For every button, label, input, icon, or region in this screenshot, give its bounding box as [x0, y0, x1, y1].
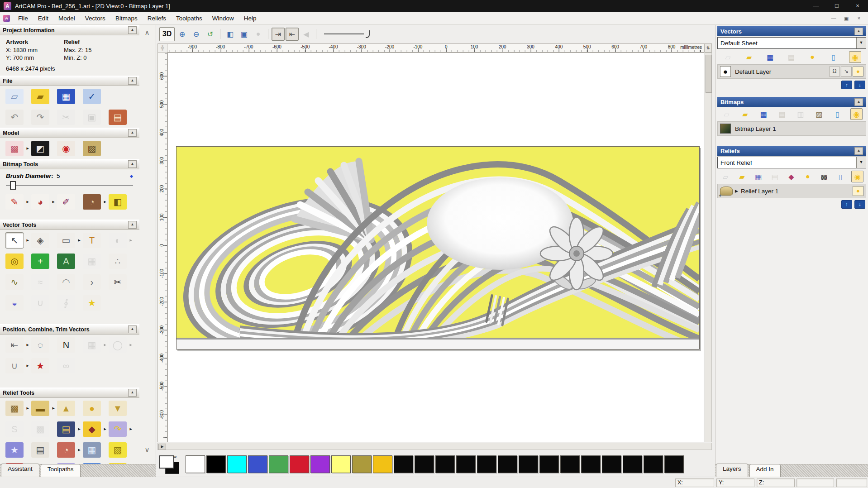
zoom-out-button[interactable]: ⊖: [190, 28, 203, 41]
add-relief-button[interactable]: ●: [83, 401, 101, 416]
close-button[interactable]: ×: [847, 0, 868, 12]
palette-swatch-4[interactable]: [269, 455, 288, 473]
palette-swatch-1[interactable]: [206, 455, 226, 473]
measure-button[interactable]: ◎: [5, 254, 24, 269]
delete-bitmap-layer-button[interactable]: ▯: [832, 109, 843, 120]
weave-wizard-button[interactable]: ▩: [31, 421, 49, 437]
relief-layer-row[interactable]: ▶ Relief Layer 1 ●: [717, 184, 866, 198]
set-lighting-button[interactable]: ◉: [57, 141, 75, 156]
vertical-scrollbar[interactable]: [705, 53, 712, 442]
paste-along-curve-button[interactable]: ∴: [109, 254, 127, 269]
texture-relief-button[interactable]: ★: [5, 442, 24, 458]
gradient-fill-button[interactable]: ▥: [795, 109, 806, 120]
toggle-all-relief-visibility-button[interactable]: ◉: [851, 171, 863, 182]
move-layer-up-button[interactable]: ↑: [841, 81, 852, 89]
ruler-origin-button[interactable]: ╬: [157, 43, 167, 53]
toggle-all-vector-visibility-button[interactable]: ◉: [849, 51, 861, 63]
block-copy-vectors-button[interactable]: ▦▶: [83, 337, 101, 353]
panel-scroll-up-icon[interactable]: ∧: [142, 29, 152, 37]
maximize-button[interactable]: □: [826, 0, 847, 12]
menu-help[interactable]: Help: [239, 13, 262, 24]
palette-swatch-10[interactable]: [394, 455, 413, 473]
menu-reliefs[interactable]: Reliefs: [143, 13, 171, 24]
save-bitmap-button[interactable]: ▦: [758, 109, 769, 120]
import-relief-button[interactable]: ▤: [769, 171, 781, 182]
save-relief-button[interactable]: ▦: [753, 171, 764, 182]
toggle-sheet-visibility-button[interactable]: ●: [807, 52, 818, 62]
smooth-relief-button[interactable]: ▩▶: [5, 401, 24, 416]
distort-vectors-button[interactable]: ★: [31, 358, 49, 373]
fit-arcs-button[interactable]: ◠: [57, 274, 75, 290]
face-wizard-button[interactable]: ▦: [83, 442, 101, 458]
menu-bitmaps[interactable]: Bitmaps: [110, 13, 143, 24]
palette-swatch-18[interactable]: [560, 455, 580, 473]
zoom-fit-button[interactable]: ▣: [238, 28, 251, 41]
offset-relief-button[interactable]: ▧: [109, 442, 127, 458]
free-sketch-button[interactable]: ≈: [31, 274, 49, 290]
palette-swatch-11[interactable]: [415, 455, 434, 473]
profile-tool-button[interactable]: ∮: [57, 295, 75, 311]
menu-toolpaths[interactable]: Toolpaths: [171, 13, 207, 24]
collapse-button[interactable]: ▲: [128, 77, 137, 85]
interlock-vectors-button[interactable]: ∞: [57, 358, 75, 373]
collapse-button[interactable]: ▲: [854, 98, 863, 106]
visibility-bulb-icon[interactable]: ●: [853, 186, 863, 196]
colour-picker-button[interactable]: ✐: [57, 194, 75, 210]
collapse-button[interactable]: ▲: [128, 389, 137, 397]
palette-swatch-12[interactable]: [435, 455, 455, 473]
previous-view-button[interactable]: ⇥: [272, 28, 285, 41]
flood-fill-button[interactable]: ◕▶: [31, 194, 49, 210]
horizontal-scrollbar-button[interactable]: ▶: [158, 444, 166, 450]
load-texture-button[interactable]: ▨: [83, 141, 101, 156]
expand-arrow-icon[interactable]: ▶: [735, 189, 738, 193]
model-preferences-button[interactable]: ✓: [83, 89, 101, 104]
view-3d-button[interactable]: 3D: [159, 27, 175, 41]
create-rectangle-button[interactable]: ▭▶: [57, 233, 75, 248]
text-on-curve-button[interactable]: ◌: [31, 337, 49, 353]
undo-button[interactable]: ↶: [5, 110, 24, 125]
bitmap-to-vector-button[interactable]: ◧: [109, 194, 127, 210]
zoom-previous-button[interactable]: ↺: [204, 28, 217, 41]
relief-clipart-button[interactable]: ▤▶: [57, 421, 75, 437]
move-layer-up-button[interactable]: ↑: [841, 200, 852, 209]
zoom-selection-button[interactable]: ●: [252, 28, 265, 41]
create-polyline-button[interactable]: +: [31, 254, 49, 269]
menu-model[interactable]: Model: [53, 13, 80, 24]
bitmap-layer-row[interactable]: Bitmap Layer 1: [717, 121, 866, 136]
new-vector-sheet-button[interactable]: ▱: [722, 52, 734, 62]
tab-assistant[interactable]: Assistant: [1, 464, 39, 477]
import-bitmap-button[interactable]: ▤: [777, 109, 788, 120]
palette-swatch-6[interactable]: [310, 455, 330, 473]
dropdown-arrow-icon[interactable]: ▼: [856, 157, 866, 168]
convert-text-to-vectors-button[interactable]: A: [57, 254, 75, 269]
relief-dropdown[interactable]: Front Relief ▼: [717, 157, 866, 168]
wrap-relief-button[interactable]: ↷▶: [109, 421, 127, 437]
colour-indicator[interactable]: ∞: [159, 455, 181, 474]
weld-vectors-button[interactable]: ◯▶: [109, 337, 127, 353]
join-close-vectors-button[interactable]: ∪: [31, 295, 49, 311]
palette-swatch-16[interactable]: [519, 455, 538, 473]
copy-button[interactable]: ▣: [83, 110, 101, 125]
new-relief-layer-button[interactable]: ▱: [720, 171, 731, 182]
nesting-button[interactable]: N: [57, 337, 75, 353]
greyscale-preview-button[interactable]: ▩: [819, 171, 830, 182]
palette-swatch-2[interactable]: [227, 455, 247, 473]
edit-model-button[interactable]: ▩▶: [5, 141, 24, 156]
palette-swatch-13[interactable]: [456, 455, 476, 473]
new-model-button[interactable]: ▱: [5, 89, 24, 104]
ruler-options-button[interactable]: ⇅: [704, 43, 712, 53]
toggle-all-bitmap-visibility-button[interactable]: ◉: [850, 108, 863, 120]
palette-swatch-17[interactable]: [539, 455, 559, 473]
mdi-restore-button[interactable]: ▣: [840, 13, 853, 23]
paste-relief-button[interactable]: ◆: [786, 171, 797, 182]
palette-swatch-9[interactable]: [373, 455, 392, 473]
two-rail-sweep-button[interactable]: ◆▶: [83, 421, 101, 437]
tab-layers[interactable]: Layers: [716, 464, 748, 477]
snap-icon[interactable]: ↘: [841, 67, 852, 77]
slider-handle[interactable]: [10, 181, 16, 190]
create-boundary-button[interactable]: ›: [83, 274, 101, 290]
zoom-in-button[interactable]: ⊕: [176, 28, 189, 41]
create-text-button[interactable]: T: [83, 233, 101, 248]
panel-scroll-down-icon[interactable]: ∨: [142, 446, 152, 454]
brush-diameter-slider[interactable]: [6, 181, 133, 191]
